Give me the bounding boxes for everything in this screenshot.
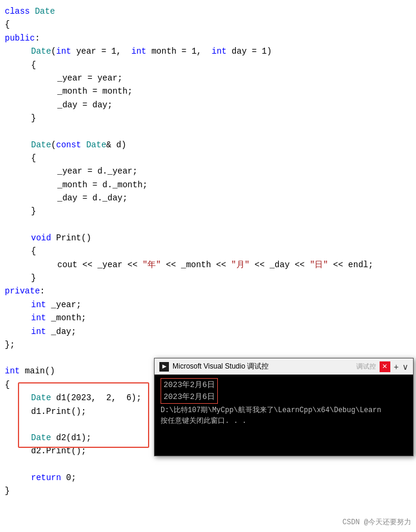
code-line-int-day: int _day; <box>0 325 416 338</box>
code-line-private: private : <box>0 284 416 298</box>
console-icon: ▶ <box>159 362 169 372</box>
code-line-constructor2: Date ( const Date & d) <box>0 138 416 151</box>
class-name-date: Date <box>35 5 55 18</box>
code-line-2: { <box>0 18 416 31</box>
code-line-cb1: } <box>0 112 416 125</box>
console-window[interactable]: ▶ Microsoft Visual Studio 调试控 调试控 ✕ + ∨ … <box>154 358 414 456</box>
code-line-ob1: { <box>0 58 416 72</box>
console-add-button[interactable]: + <box>394 362 399 372</box>
code-line-public: public : <box>0 32 416 45</box>
code-editor: class Date { public : Date ( int year = … <box>0 0 416 532</box>
console-chevron-button[interactable]: ∨ <box>402 362 408 372</box>
code-line-print: void Print() <box>0 231 416 245</box>
code-line-ob2: { <box>0 151 416 165</box>
code-line-day-copy: _day = d._day; <box>0 191 416 205</box>
code-line-cb3: } <box>0 271 416 284</box>
code-line-cb2: } <box>0 205 416 218</box>
keyword-class: class <box>5 5 30 18</box>
console-content: 2023年2月6日 2023年2月6日 D:\比特107期\MyCpp\航哥我来… <box>155 375 413 430</box>
code-line-blank2 <box>0 218 416 231</box>
code-line-month-assign: _month = month; <box>0 85 416 98</box>
code-line-int-month: int _month; <box>0 311 416 324</box>
code-line-blank1 <box>0 125 416 138</box>
code-line-year-copy: _year = d._year; <box>0 165 416 178</box>
code-line-ob3: { <box>0 245 416 258</box>
console-title: Microsoft Visual Studio 调试控 <box>172 361 350 372</box>
console-output-line2: 2023年2月6日 <box>164 391 215 403</box>
console-path-line: D:\比特107期\MyCpp\航哥我来了\LearnCpp\x64\Debug… <box>161 405 407 416</box>
console-output-highlight: 2023年2月6日 2023年2月6日 <box>161 378 218 404</box>
code-line-year-assign: _year = year; <box>0 72 416 85</box>
console-titlebar: ▶ Microsoft Visual Studio 调试控 调试控 ✕ + ∨ <box>155 358 413 375</box>
code-line-day-assign: _day = day; <box>0 98 416 112</box>
console-prompt-line: 按任意键关闭此窗口. . . <box>161 416 407 426</box>
console-close-button[interactable]: ✕ <box>380 361 390 372</box>
console-output-line1: 2023年2月6日 <box>164 379 215 391</box>
code-line-month-copy: _month = d._month; <box>0 178 416 191</box>
watermark: CSDN @今天还要努力 <box>343 517 411 528</box>
code-line-blank5 <box>0 458 416 471</box>
code-line-constructor1: Date ( int year = 1, int month = 1, int … <box>0 45 416 58</box>
keyword-private: private <box>5 284 40 298</box>
code-line-1: class Date <box>0 5 416 18</box>
code-line-int-year: int _year; <box>0 298 416 311</box>
code-line-main-close: } <box>0 484 416 497</box>
code-line-cout: cout << _year << "年" << _month << "月" <<… <box>0 258 416 271</box>
code-line-class-end: }; <box>0 338 416 351</box>
code-line-return: return 0; <box>0 471 416 484</box>
keyword-public: public <box>5 32 35 45</box>
console-tab: 调试控 <box>356 361 376 372</box>
